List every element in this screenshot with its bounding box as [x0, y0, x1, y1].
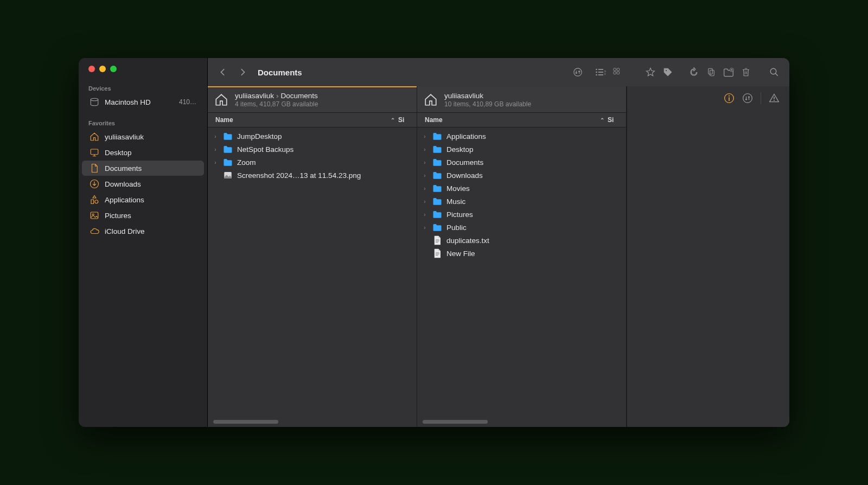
svg-point-34 — [774, 100, 775, 101]
svg-rect-8 — [598, 69, 603, 70]
back-button[interactable] — [215, 65, 231, 80]
sidebar-item-downloads[interactable]: Downloads — [82, 176, 204, 192]
warning-icon[interactable] — [768, 92, 781, 105]
disclosure-triangle-icon[interactable]: › — [422, 212, 428, 218]
sidebar-item-applications[interactable]: Applications — [82, 192, 204, 207]
info-icon[interactable] — [723, 92, 736, 105]
cloud-icon — [90, 226, 99, 236]
svg-point-11 — [596, 74, 597, 76]
svg-point-21 — [770, 68, 776, 74]
file-name: NetSpot Backups — [237, 145, 293, 154]
column-header[interactable]: Name⌃Si — [417, 113, 626, 127]
search-button[interactable] — [767, 65, 782, 80]
file-row[interactable]: ›NetSpot Backups — [208, 143, 417, 156]
svg-rect-4 — [91, 212, 98, 219]
svg-point-9 — [596, 72, 597, 73]
svg-rect-10 — [598, 72, 603, 73]
disclosure-triangle-icon[interactable]: › — [212, 146, 219, 152]
svg-rect-31 — [729, 97, 730, 101]
svg-rect-23 — [436, 240, 439, 240]
sort-button[interactable] — [570, 65, 585, 80]
sort-indicator-icon: ⌃ — [600, 117, 604, 123]
file-row[interactable]: New File — [417, 247, 626, 260]
file-name: Music — [446, 197, 465, 206]
svg-point-0 — [91, 98, 98, 101]
column-name[interactable]: Name — [425, 116, 600, 124]
home-icon — [213, 92, 229, 108]
file-row[interactable]: ›Public — [417, 221, 626, 234]
file-name: Applications — [446, 132, 486, 141]
breadcrumb-segment[interactable]: Documents — [281, 92, 318, 100]
file-name: Screenshot 2024…13 at 11.54.23.png — [237, 171, 361, 180]
disclosure-triangle-icon[interactable]: › — [422, 173, 428, 178]
pane-status: 4 items, 410,87 GB available — [235, 100, 318, 108]
disclosure-triangle-icon[interactable]: › — [422, 133, 428, 139]
desktop-icon — [90, 148, 99, 157]
file-row[interactable]: ›Pictures — [417, 208, 626, 221]
sidebar: DevicesMacintosh HD410…Favoritesyuliiasa… — [79, 58, 208, 427]
pane-left: yuliiasavliuk›Documents4 items, 410,87 G… — [208, 86, 417, 427]
sort-info-icon[interactable] — [741, 92, 754, 105]
file-list[interactable]: ›Applications›Desktop›Documents›Download… — [417, 127, 626, 427]
file-row[interactable]: ›Downloads — [417, 169, 626, 182]
tag-button[interactable] — [660, 65, 675, 80]
download-icon — [90, 179, 99, 189]
window-title: Documents — [258, 68, 302, 77]
file-row[interactable]: Screenshot 2024…13 at 11.54.23.png — [208, 169, 417, 182]
disclosure-triangle-icon[interactable]: › — [422, 159, 428, 165]
file-name: Downloads — [446, 171, 483, 180]
sync-button[interactable] — [686, 65, 701, 80]
file-row[interactable]: ›Music — [417, 195, 626, 208]
column-size[interactable]: Si — [608, 116, 618, 124]
file-list[interactable]: ›JumpDesktop›NetSpot Backups›ZoomScreens… — [208, 127, 417, 427]
disclosure-triangle-icon[interactable]: › — [422, 199, 428, 205]
sidebar-item-documents[interactable]: Documents — [82, 161, 204, 176]
svg-rect-25 — [436, 242, 438, 242]
forward-button[interactable] — [235, 65, 250, 80]
sidebar-item-home[interactable]: yuliiasavliuk — [82, 129, 204, 144]
disclosure-triangle-icon[interactable]: › — [212, 159, 219, 165]
column-name[interactable]: Name — [215, 116, 391, 124]
disclosure-triangle-icon[interactable]: › — [422, 225, 428, 231]
column-header[interactable]: Name⌃Si — [208, 113, 417, 127]
minimize-window-button[interactable] — [99, 66, 106, 72]
file-row[interactable]: ›Desktop — [417, 143, 626, 156]
file-row[interactable]: ›Documents — [417, 156, 626, 169]
view-list-button[interactable] — [593, 65, 608, 80]
new-folder-button[interactable] — [721, 65, 736, 80]
sidebar-item-desktop[interactable]: Desktop — [82, 145, 204, 160]
svg-rect-19 — [710, 70, 714, 76]
file-row[interactable]: duplicates.txt — [417, 234, 626, 247]
disclosure-triangle-icon[interactable]: › — [422, 186, 428, 192]
pane-header: yuliiasavliuk10 items, 410,89 GB availab… — [417, 86, 626, 113]
file-name: Pictures — [446, 210, 473, 219]
folder-icon — [223, 144, 233, 154]
file-row[interactable]: ›JumpDesktop — [208, 130, 417, 143]
svg-point-32 — [743, 94, 752, 103]
trash-button[interactable] — [738, 65, 754, 80]
horizontal-scrollbar[interactable] — [423, 420, 488, 424]
breadcrumb-segment[interactable]: yuliiasavliuk — [444, 92, 483, 100]
pane-header: yuliiasavliuk›Documents4 items, 410,87 G… — [208, 86, 417, 113]
image-file-icon — [223, 170, 233, 180]
close-window-button[interactable] — [88, 66, 95, 72]
file-row[interactable]: ›Zoom — [208, 156, 417, 169]
file-row[interactable]: ›Movies — [417, 182, 626, 195]
folder-icon — [432, 222, 442, 232]
text-file-icon — [432, 248, 442, 258]
sidebar-item-pictures[interactable]: Pictures — [82, 208, 204, 223]
disclosure-triangle-icon[interactable]: › — [422, 146, 428, 152]
folder-icon — [432, 183, 442, 193]
breadcrumb-segment[interactable]: yuliiasavliuk — [235, 92, 274, 100]
sidebar-item-macintosh-hd[interactable]: Macintosh HD410… — [82, 94, 204, 110]
sidebar-item-icloud[interactable]: iCloud Drive — [82, 224, 204, 239]
file-row[interactable]: ›Applications — [417, 130, 626, 143]
sidebar-section-heading: Favorites — [79, 117, 207, 129]
favorite-button[interactable] — [643, 65, 658, 80]
fullscreen-window-button[interactable] — [110, 66, 117, 72]
view-grid-button[interactable] — [610, 65, 632, 80]
disclosure-triangle-icon[interactable]: › — [212, 133, 219, 139]
column-size[interactable]: Si — [398, 116, 409, 124]
copy-button[interactable] — [704, 65, 719, 80]
horizontal-scrollbar[interactable] — [213, 420, 278, 424]
